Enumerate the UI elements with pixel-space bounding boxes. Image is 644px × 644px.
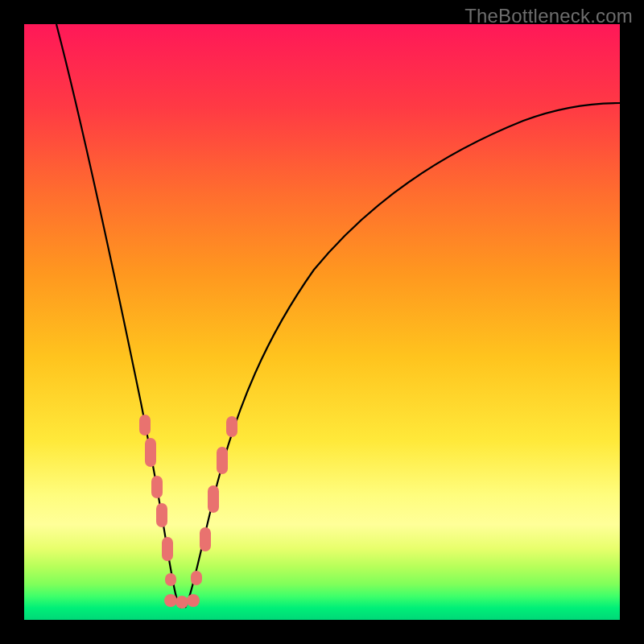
marker-dot <box>187 594 200 607</box>
marker-dot <box>164 594 177 607</box>
chart-svg <box>24 24 620 620</box>
plot-area <box>24 24 620 620</box>
marker-dot <box>156 503 167 527</box>
marker-dot <box>191 571 202 585</box>
marker-dot <box>200 527 211 551</box>
marker-dot <box>145 438 156 467</box>
marker-dot <box>151 476 163 498</box>
marker-dot <box>208 485 219 513</box>
marker-dot <box>162 537 173 561</box>
marker-dot <box>139 415 151 436</box>
marker-dot <box>165 573 176 586</box>
curve-right <box>185 103 620 608</box>
marker-dot <box>226 416 237 437</box>
watermark-text: TheBottleneck.com <box>464 5 633 27</box>
curve-left <box>56 24 181 608</box>
marker-group <box>139 415 237 609</box>
marker-dot <box>217 447 228 474</box>
marker-dot <box>175 596 188 609</box>
